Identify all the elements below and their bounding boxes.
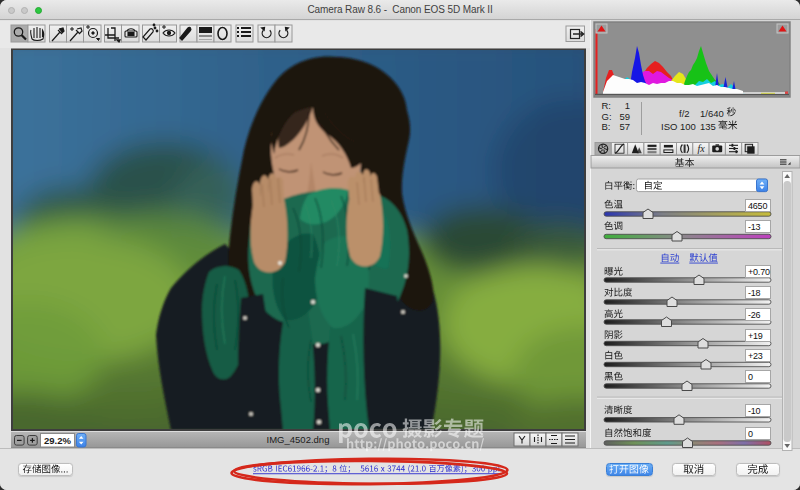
svg-text:fx: fx xyxy=(697,143,705,154)
